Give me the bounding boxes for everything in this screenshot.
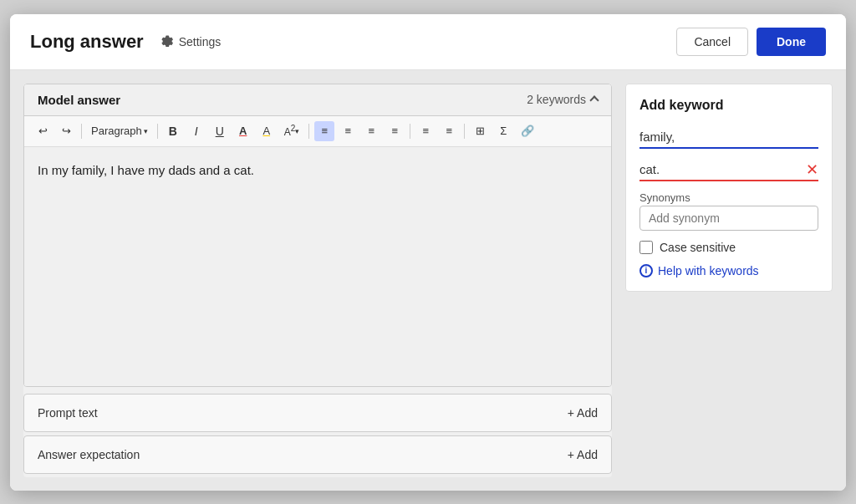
help-label: Help with keywords: [658, 264, 759, 277]
toolbar-divider-1: [81, 124, 82, 139]
paragraph-dropdown[interactable]: Paragraph ▾: [87, 121, 152, 141]
underline-button[interactable]: U: [210, 121, 230, 141]
align-right-button[interactable]: ≡: [361, 121, 381, 141]
chevron-up-icon: [589, 95, 599, 104]
align-center-button[interactable]: ≡: [338, 121, 358, 141]
toolbar-divider-2: [157, 124, 158, 139]
synonyms-label: Synonyms: [639, 191, 818, 204]
keywords-count-toggle[interactable]: 2 keywords: [527, 93, 598, 106]
synonyms-section: Synonyms: [639, 191, 818, 231]
numbered-list-button[interactable]: ≡: [415, 121, 436, 141]
prompt-text-row: Prompt text + Add: [23, 394, 612, 432]
keywords-count-label: 2 keywords: [527, 93, 586, 106]
modal-body: Model answer 2 keywords ↩ ↪: [10, 70, 846, 491]
editor-content[interactable]: In my family, I have my dads and a cat.: [24, 147, 611, 386]
info-icon: i: [639, 264, 653, 277]
highlight-icon: A: [262, 125, 270, 137]
font-color-icon: A: [239, 125, 247, 137]
toolbar-divider-5: [464, 124, 465, 139]
remove-keyword2-button[interactable]: ✕: [806, 160, 818, 179]
link-button[interactable]: 🔗: [517, 121, 538, 141]
answer-expectation-add-button[interactable]: + Add: [568, 448, 598, 461]
toolbar-divider-4: [410, 124, 410, 139]
numbered-list-icon: ≡: [423, 125, 430, 137]
justify-button[interactable]: ≡: [385, 121, 405, 141]
help-with-keywords-link[interactable]: i Help with keywords: [639, 264, 818, 277]
keyword-panel-title: Add keyword: [639, 98, 818, 113]
answer-expectation-row: Answer expectation + Add: [23, 435, 612, 474]
table-button[interactable]: ⊞: [470, 121, 490, 141]
settings-button[interactable]: Settings: [154, 30, 228, 53]
prompt-text-label: Prompt text: [38, 406, 98, 420]
align-right-icon: ≡: [369, 125, 375, 137]
section-title: Model answer: [38, 93, 120, 107]
close-icon: ✕: [806, 160, 818, 179]
keyword-panel: Add keyword ✕ Synonyms Case sensitive i: [625, 84, 833, 292]
superscript-chevron: ▾: [295, 127, 299, 135]
case-sensitive-label: Case sensitive: [660, 241, 736, 254]
editor-text: In my family, I have my dads and a cat.: [38, 163, 254, 177]
header-left: Long answer Settings: [30, 30, 227, 53]
modal: Long answer Settings Cancel Done Model a…: [10, 14, 846, 491]
done-button[interactable]: Done: [757, 28, 826, 56]
undo-icon: ↩: [38, 125, 48, 137]
formula-button[interactable]: Σ: [493, 121, 513, 141]
answer-expectation-label: Answer expectation: [38, 448, 140, 461]
italic-button[interactable]: I: [186, 121, 206, 141]
bold-button[interactable]: B: [163, 121, 183, 141]
bullet-list-button[interactable]: ≡: [439, 121, 459, 141]
keyword1-container: [639, 126, 818, 149]
paragraph-chevron-icon: ▾: [144, 127, 148, 135]
highlight-button[interactable]: A: [257, 121, 277, 141]
editor-toolbar: ↩ ↪ Paragraph ▾ B I: [24, 116, 611, 147]
underline-icon: U: [216, 125, 224, 138]
settings-label: Settings: [179, 35, 222, 48]
case-sensitive-checkbox[interactable]: [639, 241, 653, 254]
bullet-list-icon: ≡: [446, 125, 453, 137]
bottom-sections: Prompt text + Add Answer expectation + A…: [23, 394, 612, 477]
prompt-text-add-button[interactable]: + Add: [568, 406, 598, 420]
superscript-button[interactable]: A2 ▾: [280, 121, 304, 141]
formula-icon: Σ: [500, 125, 507, 137]
redo-icon: ↪: [62, 125, 71, 137]
bold-icon: B: [169, 125, 177, 138]
header-actions: Cancel Done: [676, 28, 826, 56]
align-left-icon: ≡: [322, 125, 329, 137]
undo-button[interactable]: ↩: [33, 121, 53, 141]
synonym-input[interactable]: [639, 206, 818, 231]
redo-button[interactable]: ↪: [56, 121, 76, 141]
left-panel: Model answer 2 keywords ↩ ↪: [23, 84, 612, 477]
editor-section-header: Model answer 2 keywords: [24, 84, 611, 116]
table-icon: ⊞: [476, 125, 485, 137]
align-left-button[interactable]: ≡: [314, 121, 334, 141]
italic-icon: I: [195, 125, 198, 138]
align-center-icon: ≡: [345, 125, 352, 137]
justify-icon: ≡: [392, 125, 399, 137]
link-icon: 🔗: [521, 125, 534, 137]
font-color-button[interactable]: A: [233, 121, 253, 141]
keyword2-input[interactable]: [639, 159, 818, 181]
superscript-icon: A2: [284, 124, 296, 138]
paragraph-label: Paragraph: [91, 125, 142, 137]
modal-title: Long answer: [30, 31, 144, 53]
modal-header: Long answer Settings Cancel Done: [10, 14, 846, 70]
toolbar-divider-3: [308, 124, 309, 139]
editor-section: Model answer 2 keywords ↩ ↪: [23, 84, 612, 387]
gear-icon: [160, 33, 174, 49]
keyword2-container: ✕: [639, 159, 818, 181]
case-sensitive-row: Case sensitive: [639, 241, 818, 254]
keyword1-input[interactable]: [639, 126, 818, 149]
cancel-button[interactable]: Cancel: [676, 28, 748, 56]
